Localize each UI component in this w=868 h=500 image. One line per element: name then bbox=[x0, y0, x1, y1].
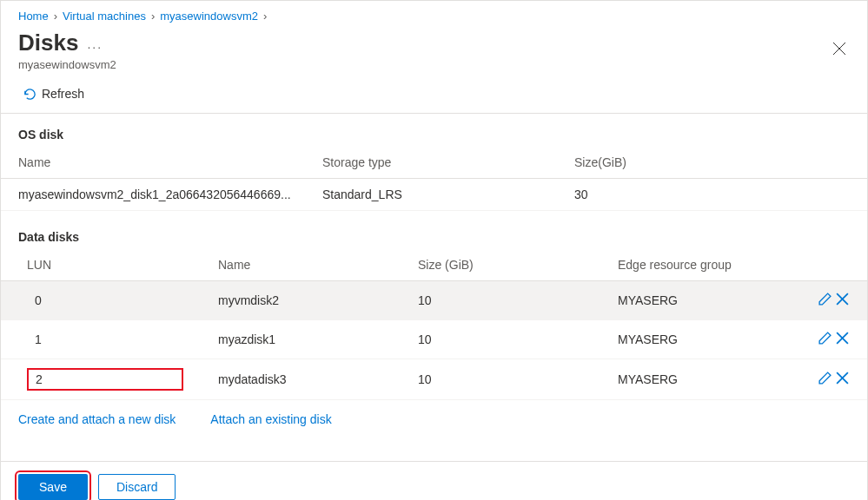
more-icon[interactable]: ··· bbox=[87, 40, 103, 54]
col-header-storage: Storage type bbox=[322, 155, 574, 169]
data-disk-row: 0myvmdisk210MYASERG bbox=[1, 281, 867, 320]
breadcrumb-vm-name[interactable]: myasewindowsvm2 bbox=[160, 10, 258, 23]
data-disk-header-row: LUN Name Size (GiB) Edge resource group bbox=[1, 249, 867, 281]
delete-icon[interactable] bbox=[835, 292, 850, 309]
data-disk-row: 2mydatadisk310MYASERG bbox=[1, 359, 867, 400]
lun-input[interactable]: 0 bbox=[27, 290, 183, 311]
delete-icon[interactable] bbox=[835, 371, 850, 388]
data-disk-name: myvmdisk2 bbox=[218, 293, 418, 307]
chevron-right-icon: › bbox=[52, 10, 59, 23]
breadcrumb: Home › Virtual machines › myasewindowsvm… bbox=[1, 0, 867, 26]
delete-icon[interactable] bbox=[835, 331, 850, 348]
section-title-data-disks: Data disks bbox=[18, 230, 850, 244]
chevron-right-icon: › bbox=[149, 10, 156, 23]
close-icon bbox=[832, 42, 846, 56]
data-disk-name: myazdisk1 bbox=[218, 332, 418, 346]
edit-icon[interactable] bbox=[818, 371, 832, 388]
os-disk-size: 30 bbox=[574, 188, 850, 201]
discard-button[interactable]: Discard bbox=[98, 474, 176, 500]
save-button[interactable]: Save bbox=[18, 474, 88, 500]
os-disk-row: myasewindowsvm2_disk1_2a066432056446669.… bbox=[1, 179, 867, 211]
col-header-name: Name bbox=[218, 258, 418, 272]
data-disk-rg: MYASERG bbox=[618, 332, 806, 346]
edit-icon[interactable] bbox=[818, 292, 832, 309]
os-disk-name: myasewindowsvm2_disk1_2a066432056446669.… bbox=[18, 188, 322, 201]
breadcrumb-virtual-machines[interactable]: Virtual machines bbox=[63, 10, 146, 23]
os-disk-header-row: Name Storage type Size(GiB) bbox=[1, 147, 867, 179]
data-disk-rg: MYASERG bbox=[618, 372, 806, 386]
col-header-size: Size (GiB) bbox=[418, 258, 618, 272]
col-header-lun: LUN bbox=[18, 258, 218, 272]
col-header-rg: Edge resource group bbox=[618, 258, 806, 272]
col-header-name: Name bbox=[18, 155, 322, 169]
page-subtitle: myasewindowsvm2 bbox=[18, 58, 829, 71]
attach-existing-disk-link[interactable]: Attach an existing disk bbox=[210, 412, 331, 426]
refresh-icon bbox=[23, 88, 36, 101]
data-disk-rg: MYASERG bbox=[618, 293, 806, 307]
section-title-os-disk: OS disk bbox=[18, 128, 850, 141]
close-button[interactable] bbox=[829, 38, 850, 62]
data-disk-size: 10 bbox=[418, 332, 618, 346]
create-attach-new-disk-link[interactable]: Create and attach a new disk bbox=[18, 412, 176, 426]
col-header-size: Size(GiB) bbox=[574, 155, 850, 169]
refresh-button[interactable]: Refresh bbox=[18, 83, 89, 104]
data-disk-size: 10 bbox=[418, 293, 618, 307]
refresh-label: Refresh bbox=[42, 87, 84, 101]
chevron-right-icon: › bbox=[262, 10, 268, 23]
lun-input[interactable]: 1 bbox=[27, 329, 183, 350]
lun-input[interactable]: 2 bbox=[27, 368, 183, 391]
data-disk-size: 10 bbox=[418, 372, 618, 386]
data-disk-row: 1myazdisk110MYASERG bbox=[1, 320, 867, 359]
os-disk-storage: Standard_LRS bbox=[322, 188, 574, 201]
breadcrumb-home[interactable]: Home bbox=[18, 10, 49, 23]
edit-icon[interactable] bbox=[818, 331, 832, 348]
data-disk-name: mydatadisk3 bbox=[218, 372, 418, 386]
page-title: Disks bbox=[18, 30, 78, 56]
